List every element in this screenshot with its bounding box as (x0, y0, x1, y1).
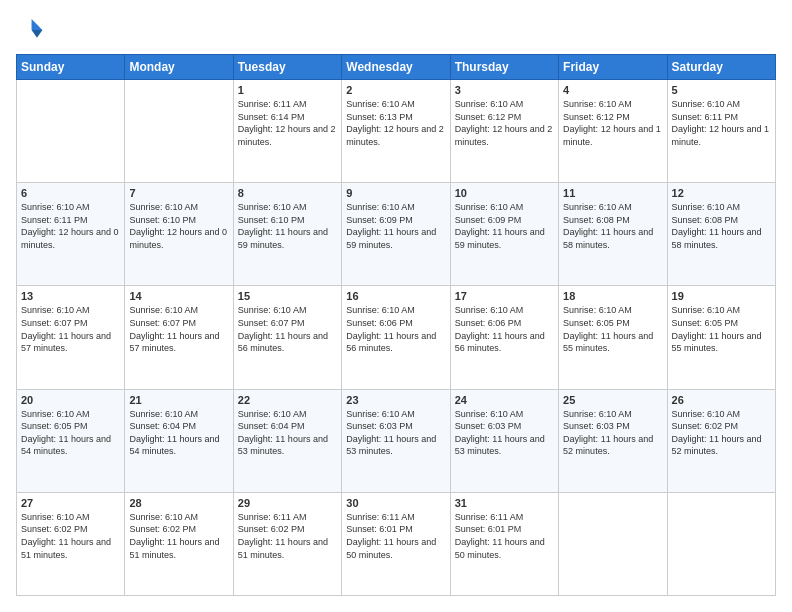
day-info: Sunrise: 6:10 AMSunset: 6:03 PMDaylight:… (455, 408, 554, 458)
calendar-cell: 13Sunrise: 6:10 AMSunset: 6:07 PMDayligh… (17, 286, 125, 389)
weekday-header: Tuesday (233, 55, 341, 80)
day-number: 26 (672, 394, 771, 406)
calendar-cell: 28Sunrise: 6:10 AMSunset: 6:02 PMDayligh… (125, 492, 233, 595)
weekday-header: Monday (125, 55, 233, 80)
day-number: 14 (129, 290, 228, 302)
calendar-cell (17, 80, 125, 183)
calendar-cell: 8Sunrise: 6:10 AMSunset: 6:10 PMDaylight… (233, 183, 341, 286)
svg-marker-0 (32, 19, 43, 30)
weekday-header: Saturday (667, 55, 775, 80)
calendar-cell: 3Sunrise: 6:10 AMSunset: 6:12 PMDaylight… (450, 80, 558, 183)
day-number: 27 (21, 497, 120, 509)
day-info: Sunrise: 6:10 AMSunset: 6:03 PMDaylight:… (563, 408, 662, 458)
day-info: Sunrise: 6:10 AMSunset: 6:11 PMDaylight:… (21, 201, 120, 251)
day-info: Sunrise: 6:10 AMSunset: 6:12 PMDaylight:… (455, 98, 554, 148)
calendar-cell (125, 80, 233, 183)
day-info: Sunrise: 6:10 AMSunset: 6:05 PMDaylight:… (563, 304, 662, 354)
day-info: Sunrise: 6:10 AMSunset: 6:10 PMDaylight:… (238, 201, 337, 251)
calendar-cell: 7Sunrise: 6:10 AMSunset: 6:10 PMDaylight… (125, 183, 233, 286)
calendar-cell: 20Sunrise: 6:10 AMSunset: 6:05 PMDayligh… (17, 389, 125, 492)
calendar-cell: 22Sunrise: 6:10 AMSunset: 6:04 PMDayligh… (233, 389, 341, 492)
day-info: Sunrise: 6:11 AMSunset: 6:02 PMDaylight:… (238, 511, 337, 561)
day-info: Sunrise: 6:10 AMSunset: 6:08 PMDaylight:… (563, 201, 662, 251)
day-number: 5 (672, 84, 771, 96)
day-info: Sunrise: 6:10 AMSunset: 6:07 PMDaylight:… (21, 304, 120, 354)
calendar-table: SundayMondayTuesdayWednesdayThursdayFrid… (16, 54, 776, 596)
calendar-cell: 2Sunrise: 6:10 AMSunset: 6:13 PMDaylight… (342, 80, 450, 183)
day-number: 7 (129, 187, 228, 199)
day-info: Sunrise: 6:10 AMSunset: 6:05 PMDaylight:… (672, 304, 771, 354)
calendar-cell: 21Sunrise: 6:10 AMSunset: 6:04 PMDayligh… (125, 389, 233, 492)
day-number: 19 (672, 290, 771, 302)
page: SundayMondayTuesdayWednesdayThursdayFrid… (0, 0, 792, 612)
day-number: 4 (563, 84, 662, 96)
calendar-week-row: 13Sunrise: 6:10 AMSunset: 6:07 PMDayligh… (17, 286, 776, 389)
day-info: Sunrise: 6:10 AMSunset: 6:09 PMDaylight:… (455, 201, 554, 251)
calendar-cell (667, 492, 775, 595)
day-number: 6 (21, 187, 120, 199)
day-number: 1 (238, 84, 337, 96)
calendar-cell: 6Sunrise: 6:10 AMSunset: 6:11 PMDaylight… (17, 183, 125, 286)
day-number: 11 (563, 187, 662, 199)
calendar-week-row: 27Sunrise: 6:10 AMSunset: 6:02 PMDayligh… (17, 492, 776, 595)
day-info: Sunrise: 6:11 AMSunset: 6:14 PMDaylight:… (238, 98, 337, 148)
day-info: Sunrise: 6:10 AMSunset: 6:05 PMDaylight:… (21, 408, 120, 458)
calendar-cell: 24Sunrise: 6:10 AMSunset: 6:03 PMDayligh… (450, 389, 558, 492)
day-number: 17 (455, 290, 554, 302)
calendar-cell: 14Sunrise: 6:10 AMSunset: 6:07 PMDayligh… (125, 286, 233, 389)
day-number: 2 (346, 84, 445, 96)
logo (16, 16, 48, 44)
day-info: Sunrise: 6:10 AMSunset: 6:02 PMDaylight:… (672, 408, 771, 458)
calendar-week-row: 20Sunrise: 6:10 AMSunset: 6:05 PMDayligh… (17, 389, 776, 492)
day-number: 16 (346, 290, 445, 302)
calendar-cell: 18Sunrise: 6:10 AMSunset: 6:05 PMDayligh… (559, 286, 667, 389)
calendar-cell: 5Sunrise: 6:10 AMSunset: 6:11 PMDaylight… (667, 80, 775, 183)
day-info: Sunrise: 6:10 AMSunset: 6:04 PMDaylight:… (238, 408, 337, 458)
calendar-week-row: 1Sunrise: 6:11 AMSunset: 6:14 PMDaylight… (17, 80, 776, 183)
day-info: Sunrise: 6:11 AMSunset: 6:01 PMDaylight:… (346, 511, 445, 561)
day-number: 29 (238, 497, 337, 509)
logo-icon (16, 16, 44, 44)
day-number: 31 (455, 497, 554, 509)
calendar-cell: 16Sunrise: 6:10 AMSunset: 6:06 PMDayligh… (342, 286, 450, 389)
weekday-header: Sunday (17, 55, 125, 80)
calendar-cell: 9Sunrise: 6:10 AMSunset: 6:09 PMDaylight… (342, 183, 450, 286)
calendar-cell: 26Sunrise: 6:10 AMSunset: 6:02 PMDayligh… (667, 389, 775, 492)
weekday-header: Friday (559, 55, 667, 80)
calendar-cell: 17Sunrise: 6:10 AMSunset: 6:06 PMDayligh… (450, 286, 558, 389)
calendar-header-row: SundayMondayTuesdayWednesdayThursdayFrid… (17, 55, 776, 80)
calendar-cell (559, 492, 667, 595)
day-info: Sunrise: 6:10 AMSunset: 6:07 PMDaylight:… (129, 304, 228, 354)
calendar-cell: 30Sunrise: 6:11 AMSunset: 6:01 PMDayligh… (342, 492, 450, 595)
calendar-cell: 4Sunrise: 6:10 AMSunset: 6:12 PMDaylight… (559, 80, 667, 183)
day-number: 28 (129, 497, 228, 509)
calendar-cell: 29Sunrise: 6:11 AMSunset: 6:02 PMDayligh… (233, 492, 341, 595)
calendar-cell: 12Sunrise: 6:10 AMSunset: 6:08 PMDayligh… (667, 183, 775, 286)
header (16, 16, 776, 44)
day-number: 23 (346, 394, 445, 406)
day-number: 9 (346, 187, 445, 199)
day-number: 10 (455, 187, 554, 199)
weekday-header: Thursday (450, 55, 558, 80)
day-info: Sunrise: 6:11 AMSunset: 6:01 PMDaylight:… (455, 511, 554, 561)
day-number: 30 (346, 497, 445, 509)
day-info: Sunrise: 6:10 AMSunset: 6:06 PMDaylight:… (346, 304, 445, 354)
calendar-body: 1Sunrise: 6:11 AMSunset: 6:14 PMDaylight… (17, 80, 776, 596)
day-number: 25 (563, 394, 662, 406)
day-info: Sunrise: 6:10 AMSunset: 6:02 PMDaylight:… (129, 511, 228, 561)
day-info: Sunrise: 6:10 AMSunset: 6:12 PMDaylight:… (563, 98, 662, 148)
day-info: Sunrise: 6:10 AMSunset: 6:10 PMDaylight:… (129, 201, 228, 251)
calendar-cell: 31Sunrise: 6:11 AMSunset: 6:01 PMDayligh… (450, 492, 558, 595)
calendar-cell: 19Sunrise: 6:10 AMSunset: 6:05 PMDayligh… (667, 286, 775, 389)
calendar-cell: 1Sunrise: 6:11 AMSunset: 6:14 PMDaylight… (233, 80, 341, 183)
day-number: 22 (238, 394, 337, 406)
calendar-cell: 27Sunrise: 6:10 AMSunset: 6:02 PMDayligh… (17, 492, 125, 595)
day-number: 3 (455, 84, 554, 96)
day-info: Sunrise: 6:10 AMSunset: 6:09 PMDaylight:… (346, 201, 445, 251)
day-number: 8 (238, 187, 337, 199)
calendar-cell: 15Sunrise: 6:10 AMSunset: 6:07 PMDayligh… (233, 286, 341, 389)
day-number: 12 (672, 187, 771, 199)
day-info: Sunrise: 6:10 AMSunset: 6:02 PMDaylight:… (21, 511, 120, 561)
day-number: 15 (238, 290, 337, 302)
day-number: 24 (455, 394, 554, 406)
